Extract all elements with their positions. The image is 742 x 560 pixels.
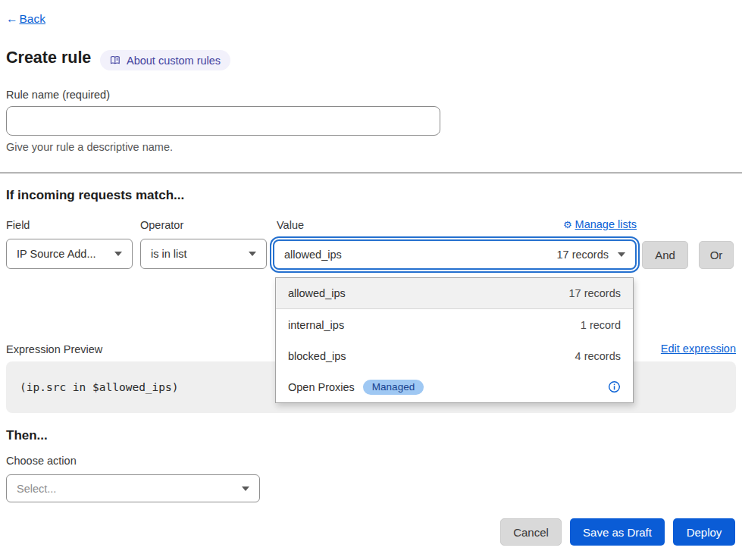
expression-code: (ip.src in $allowed_ips) <box>20 381 179 393</box>
list-item-name: Open Proxies <box>288 381 355 393</box>
section-divider <box>0 172 742 174</box>
expression-preview-label: Expression Preview <box>6 343 102 355</box>
cancel-button[interactable]: Cancel <box>500 518 562 546</box>
value-select-record-count: 17 records <box>556 249 609 261</box>
operator-select[interactable]: is in list <box>140 239 267 269</box>
list-item-internal-ips[interactable]: internal_ips 1 record <box>276 309 633 340</box>
action-select-placeholder: Select... <box>17 483 56 495</box>
operator-select-value: is in list <box>151 248 187 260</box>
back-link-label[interactable]: Back <box>20 12 45 26</box>
list-item-name: blocked_ips <box>288 350 346 362</box>
then-section-heading: Then... <box>6 428 48 443</box>
field-column-label: Field <box>6 219 30 231</box>
list-item-open-proxies[interactable]: Open Proxies Managed <box>276 371 633 402</box>
manage-lists-label[interactable]: Manage lists <box>575 218 637 230</box>
match-section-heading: If incoming requests match... <box>6 188 184 203</box>
rule-name-label: Rule name (required) <box>6 89 110 101</box>
and-button[interactable]: And <box>642 241 688 269</box>
value-dropdown-panel: allowed_ips 17 records internal_ips 1 re… <box>275 277 634 403</box>
rule-name-helper-text: Give your rule a descriptive name. <box>6 141 173 153</box>
about-custom-rules-link[interactable]: About custom rules <box>100 50 230 70</box>
list-item-name: internal_ips <box>288 319 344 331</box>
info-icon[interactable] <box>608 380 621 393</box>
save-as-draft-button[interactable]: Save as Draft <box>570 518 665 546</box>
value-select[interactable]: allowed_ips 17 records <box>273 239 637 270</box>
chevron-down-icon <box>249 252 256 256</box>
list-item-name: allowed_ips <box>288 287 346 299</box>
list-item-records: 4 records <box>575 350 621 362</box>
list-item-blocked-ips[interactable]: blocked_ips 4 records <box>276 340 633 371</box>
chevron-down-icon <box>618 252 625 257</box>
choose-action-label: Choose action <box>6 455 77 467</box>
list-item-records: 17 records <box>568 287 621 299</box>
deploy-button[interactable]: Deploy <box>673 518 735 546</box>
edit-expression-link[interactable]: Edit expression <box>661 343 736 355</box>
value-select-value: allowed_ips <box>284 249 342 261</box>
manage-lists-link[interactable]: ⚙Manage lists <box>273 218 637 230</box>
list-item-allowed-ips[interactable]: allowed_ips 17 records <box>276 278 633 309</box>
arrow-left-icon: ← <box>6 12 18 26</box>
about-custom-rules-label: About custom rules <box>127 55 221 67</box>
managed-badge: Managed <box>363 380 424 395</box>
chevron-down-icon <box>114 252 122 256</box>
chevron-down-icon <box>242 486 249 491</box>
list-item-records: 1 record <box>581 319 621 331</box>
operator-column-label: Operator <box>140 219 183 231</box>
or-button[interactable]: Or <box>699 241 734 269</box>
gear-icon: ⚙ <box>563 219 572 230</box>
book-icon <box>110 55 121 65</box>
rule-name-input[interactable] <box>6 106 440 136</box>
field-select-value: IP Source Add... <box>17 248 96 260</box>
action-select[interactable]: Select... <box>6 474 260 502</box>
field-select[interactable]: IP Source Add... <box>6 239 133 269</box>
page-title: Create rule <box>6 48 91 67</box>
back-link[interactable]: ←Back <box>6 12 45 26</box>
